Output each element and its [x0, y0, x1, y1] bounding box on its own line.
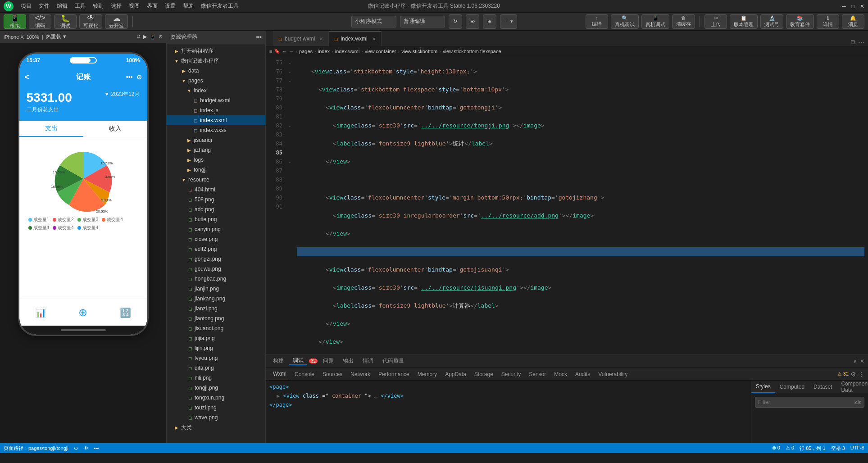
inner-tab-sources[interactable]: Sources [319, 368, 346, 381]
folder-pages[interactable]: ▼ pages [167, 76, 265, 86]
cloud-btn[interactable]: ☁ 云开发 [105, 14, 128, 29]
devtools-more-btn2[interactable]: ⋮ [858, 371, 864, 378]
devtools-tab-build[interactable]: 构建 [269, 357, 287, 365]
inner-tab-storage[interactable]: Storage [471, 368, 497, 381]
test-num-btn[interactable]: 🔬 测试号 [760, 14, 783, 29]
mode-dropdown[interactable]: 小程序模式 [351, 16, 396, 27]
inner-tab-wxml[interactable]: Wxml [269, 368, 290, 381]
inner-tab-network[interactable]: Network [347, 368, 374, 381]
bottom-icon-3[interactable]: 🔢 [120, 307, 131, 318]
compile-dropdown[interactable]: 普通编译 [400, 16, 445, 27]
file-edit2[interactable]: ◻edit2.png [167, 244, 265, 254]
window-close[interactable]: ✕ [860, 3, 864, 9]
dom-page-close[interactable]: </page> [269, 400, 747, 409]
devtools-tab-quality[interactable]: 代码质量 [379, 357, 408, 365]
inner-tab-audits[interactable]: Audits [572, 368, 594, 381]
file-jisuanqi-png[interactable]: ◻jisuanqi.png [167, 323, 265, 333]
status-more-btn[interactable]: ••• [94, 445, 99, 451]
file-404[interactable]: ◻404.html [167, 185, 265, 195]
project-root-item[interactable]: ▼ 微信记账小程序 [167, 56, 265, 66]
fold-76[interactable]: ⌄ [286, 67, 293, 76]
folder-tongji[interactable]: ▶ tongji [167, 165, 265, 175]
edu-btn[interactable]: 📚 教育套件 [786, 14, 814, 29]
file-butie[interactable]: ◻butie.png [167, 214, 265, 224]
phone-menu-btn[interactable]: ••• [126, 73, 133, 81]
file-tongxun[interactable]: ◻tongxun.png [167, 393, 265, 403]
devtools-tab-mood[interactable]: 情调 [359, 357, 377, 365]
tab-index-wxml[interactable]: ◻ index.wxml ✕ [329, 31, 381, 46]
fold-75[interactable]: ⌄ [286, 58, 293, 67]
folder-logs[interactable]: ▶ logs [167, 155, 265, 165]
preview-icon-btn[interactable]: 👁 [465, 14, 479, 29]
file-index-wxss[interactable]: ◻ index.wxss [167, 125, 265, 135]
file-canyin[interactable]: ◻canyin.png [167, 224, 265, 234]
sim-play-btn[interactable]: ▶ [143, 34, 147, 40]
file-jiankang[interactable]: ◻jiankang.png [167, 294, 265, 304]
right-tab-computed[interactable]: Computed [775, 381, 809, 393]
devtools-tab-issues[interactable]: 问题 [319, 357, 337, 365]
cut-btn[interactable]: ✂ 上传 [704, 14, 727, 29]
devtools-settings-btn[interactable]: ⚙ [850, 371, 856, 378]
file-hongbao[interactable]: ◻hongbao.png [167, 274, 265, 284]
inner-tab-console[interactable]: Console [291, 368, 318, 381]
refresh-btn[interactable]: ↻ [448, 14, 462, 29]
preview-btn[interactable]: 🔍 真机调试 [611, 14, 639, 29]
file-jianjin[interactable]: ◻jianjin.png [167, 284, 265, 294]
dom-view-tag[interactable]: ▶ <view class =" container "> … </view> [269, 391, 747, 400]
menu-select[interactable]: 选择 [111, 2, 122, 10]
fold-86[interactable]: ⌄ [286, 157, 293, 166]
breadcrumb-index[interactable]: index [318, 49, 330, 54]
file-index-wxml[interactable]: ◻ index.wxml [167, 115, 265, 125]
sim-more-btn[interactable]: ⊙ [159, 34, 163, 40]
editor-more-btn[interactable]: ⋯ [858, 39, 864, 46]
menu-settings[interactable]: 设置 [165, 2, 176, 10]
inner-tab-memory[interactable]: Memory [414, 368, 441, 381]
folder-resource[interactable]: ▼ resource [167, 175, 265, 185]
code-content[interactable]: <view class='stickbottom' style='height:… [293, 56, 868, 354]
right-tab-component[interactable]: Component Data [836, 381, 868, 393]
folder-index[interactable]: ▼ index [167, 86, 265, 95]
file-gouwu[interactable]: ◻gouwu.png [167, 264, 265, 274]
inner-tab-security[interactable]: Security [498, 368, 524, 381]
more-btn[interactable]: ⋯ ▾ [500, 14, 517, 29]
right-tab-styles[interactable]: Styles [751, 381, 775, 393]
upload-btn[interactable]: ↑ 编译 [586, 14, 608, 29]
file-touzi[interactable]: ◻touzi.png [167, 403, 265, 413]
file-jujia[interactable]: ◻jujia.png [167, 333, 265, 343]
tab-budget-wxml[interactable]: ◻ budget.wxml ✕ [273, 31, 329, 46]
breadcrumb-view1[interactable]: view.container [365, 49, 396, 54]
breadcrumb-view2[interactable]: view.stickbottom [401, 49, 437, 54]
menu-file[interactable]: 文件 [39, 2, 50, 10]
inner-tab-appdata[interactable]: AppData [441, 368, 470, 381]
folder-jisuanqi[interactable]: ▶ jisuanqi [167, 135, 265, 145]
phone-action-btn[interactable]: ⊙ [136, 73, 142, 81]
code-btn[interactable]: </> 编码 [29, 14, 51, 29]
file-lijin[interactable]: ◻lijin.png [167, 343, 265, 353]
filter-input[interactable] [758, 399, 852, 405]
menu-tools[interactable]: 工具 [75, 2, 86, 10]
menu-help[interactable]: 帮助 [183, 2, 194, 10]
phone-month[interactable]: ▼ 2023年12月 [104, 91, 140, 98]
qr-btn[interactable]: ⊞ [482, 14, 496, 29]
folder-dalei[interactable]: ▶ 大类 [167, 422, 265, 432]
file-budget-wxml[interactable]: ◻ budget.wxml [167, 95, 265, 105]
file-lvyou[interactable]: ◻lvyou.png [167, 353, 265, 363]
window-minimize[interactable]: ─ [842, 3, 846, 9]
file-gongzi[interactable]: ◻gongzi.png [167, 254, 265, 264]
devtools-expand-btn[interactable]: ∧ [853, 358, 857, 364]
right-tab-dataset[interactable]: Dataset [809, 381, 836, 393]
breadcrumb-view3[interactable]: view.stickbottom.flexspace [443, 49, 501, 54]
fold-82[interactable]: ⌄ [286, 121, 293, 130]
hot-reload-btn[interactable]: 热重载 ▼ [46, 33, 67, 40]
phone-tab-income[interactable]: 收入 [83, 121, 147, 137]
folder-data[interactable]: ▶ data [167, 66, 265, 76]
inner-tab-mock[interactable]: Mock [550, 368, 571, 381]
folder-jizhang[interactable]: ▶ jizhang [167, 145, 265, 155]
file-jiaotong[interactable]: ◻jiaotong.png [167, 313, 265, 323]
file-tongji-png[interactable]: ◻tongji.png [167, 383, 265, 393]
tab-index-close[interactable]: ✕ [372, 36, 376, 41]
file-add[interactable]: ◻add.png [167, 204, 265, 214]
breadcrumb-forward[interactable]: → [289, 49, 294, 54]
file-qita[interactable]: ◻qita.png [167, 363, 265, 373]
inner-tab-performance[interactable]: Performance [375, 368, 413, 381]
